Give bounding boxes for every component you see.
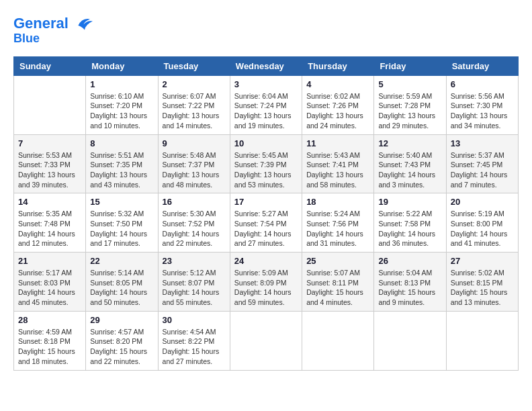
day-number: 28 [18, 315, 81, 325]
day-number: 24 [234, 256, 298, 266]
day-info: Sunrise: 5:37 AM Sunset: 7:45 PM Dayligh… [451, 150, 514, 190]
day-info: Sunrise: 5:14 AM Sunset: 8:05 PM Dayligh… [90, 268, 153, 308]
day-info: Sunrise: 5:19 AM Sunset: 8:00 PM Dayligh… [451, 209, 514, 248]
calendar-cell: 20Sunrise: 5:19 AM Sunset: 8:00 PM Dayli… [446, 193, 518, 253]
calendar-cell: 17Sunrise: 5:27 AM Sunset: 7:54 PM Dayli… [230, 193, 302, 253]
day-number: 2 [163, 79, 226, 89]
day-info: Sunrise: 5:48 AM Sunset: 7:37 PM Dayligh… [163, 150, 226, 190]
day-info: Sunrise: 5:09 AM Sunset: 8:09 PM Dayligh… [234, 268, 298, 308]
day-info: Sunrise: 5:45 AM Sunset: 7:39 PM Dayligh… [234, 150, 298, 190]
calendar-cell: 19Sunrise: 5:22 AM Sunset: 7:58 PM Dayli… [374, 193, 446, 253]
day-info: Sunrise: 5:17 AM Sunset: 8:03 PM Dayligh… [18, 268, 81, 308]
day-number: 21 [18, 256, 81, 266]
day-info: Sunrise: 4:57 AM Sunset: 8:20 PM Dayligh… [90, 327, 153, 367]
calendar-cell: 12Sunrise: 5:40 AM Sunset: 7:43 PM Dayli… [374, 134, 446, 193]
calendar-cell [446, 311, 518, 370]
day-number: 19 [378, 197, 441, 207]
calendar-cell: 5Sunrise: 5:59 AM Sunset: 7:28 PM Daylig… [374, 75, 446, 134]
day-number: 22 [90, 256, 153, 266]
calendar-cell: 26Sunrise: 5:04 AM Sunset: 8:13 PM Dayli… [374, 253, 446, 312]
calendar-cell: 29Sunrise: 4:57 AM Sunset: 8:20 PM Dayli… [86, 311, 158, 370]
calendar-cell: 21Sunrise: 5:17 AM Sunset: 8:03 PM Dayli… [14, 253, 86, 312]
day-number: 29 [90, 315, 153, 325]
page-header: General Blue [13, 13, 519, 46]
day-number: 5 [378, 79, 441, 89]
day-info: Sunrise: 5:24 AM Sunset: 7:56 PM Dayligh… [306, 209, 369, 248]
calendar-cell: 4Sunrise: 6:02 AM Sunset: 7:26 PM Daylig… [302, 75, 374, 134]
calendar-cell: 30Sunrise: 4:54 AM Sunset: 8:22 PM Dayli… [158, 311, 230, 370]
day-info: Sunrise: 5:07 AM Sunset: 8:11 PM Dayligh… [306, 268, 369, 308]
day-info: Sunrise: 5:04 AM Sunset: 8:13 PM Dayligh… [378, 268, 441, 308]
day-number: 8 [90, 138, 153, 148]
day-info: Sunrise: 5:27 AM Sunset: 7:54 PM Dayligh… [234, 209, 298, 248]
calendar-cell: 1Sunrise: 6:10 AM Sunset: 7:20 PM Daylig… [86, 75, 158, 134]
day-info: Sunrise: 5:40 AM Sunset: 7:43 PM Dayligh… [378, 150, 441, 190]
day-info: Sunrise: 5:22 AM Sunset: 7:58 PM Dayligh… [378, 209, 441, 248]
day-info: Sunrise: 6:10 AM Sunset: 7:20 PM Dayligh… [90, 91, 153, 131]
calendar-cell [230, 311, 302, 370]
calendar-cell: 22Sunrise: 5:14 AM Sunset: 8:05 PM Dayli… [86, 253, 158, 312]
day-info: Sunrise: 5:12 AM Sunset: 8:07 PM Dayligh… [163, 268, 226, 308]
calendar-cell [14, 75, 86, 134]
day-info: Sunrise: 5:51 AM Sunset: 7:35 PM Dayligh… [90, 150, 153, 190]
day-info: Sunrise: 5:30 AM Sunset: 7:52 PM Dayligh… [163, 209, 226, 248]
calendar-week-row: 7Sunrise: 5:53 AM Sunset: 7:33 PM Daylig… [14, 134, 519, 193]
day-info: Sunrise: 5:56 AM Sunset: 7:30 PM Dayligh… [451, 91, 514, 131]
calendar-cell: 28Sunrise: 4:59 AM Sunset: 8:18 PM Dayli… [14, 311, 86, 370]
calendar-cell: 6Sunrise: 5:56 AM Sunset: 7:30 PM Daylig… [446, 75, 518, 134]
day-number: 6 [451, 79, 514, 89]
weekday-header: Monday [86, 56, 158, 75]
day-number: 26 [378, 256, 441, 266]
day-number: 12 [378, 138, 441, 148]
day-info: Sunrise: 6:07 AM Sunset: 7:22 PM Dayligh… [163, 91, 226, 131]
day-number: 3 [234, 79, 298, 89]
calendar-cell: 23Sunrise: 5:12 AM Sunset: 8:07 PM Dayli… [158, 253, 230, 312]
calendar-week-row: 14Sunrise: 5:35 AM Sunset: 7:48 PM Dayli… [14, 193, 519, 253]
day-number: 7 [18, 138, 81, 148]
day-number: 11 [306, 138, 369, 148]
calendar-cell: 7Sunrise: 5:53 AM Sunset: 7:33 PM Daylig… [14, 134, 86, 193]
day-number: 13 [451, 138, 514, 148]
day-number: 30 [163, 315, 226, 325]
day-number: 23 [163, 256, 226, 266]
weekday-header: Saturday [446, 56, 518, 75]
calendar-table: SundayMondayTuesdayWednesdayThursdayFrid… [13, 56, 519, 371]
calendar-cell: 15Sunrise: 5:32 AM Sunset: 7:50 PM Dayli… [86, 193, 158, 253]
day-number: 15 [90, 197, 153, 207]
calendar-cell: 8Sunrise: 5:51 AM Sunset: 7:35 PM Daylig… [86, 134, 158, 193]
day-number: 27 [451, 256, 514, 266]
weekday-header: Friday [374, 56, 446, 75]
logo: General Blue [13, 13, 95, 46]
day-info: Sunrise: 6:04 AM Sunset: 7:24 PM Dayligh… [234, 91, 298, 131]
weekday-header: Wednesday [230, 56, 302, 75]
calendar-cell: 2Sunrise: 6:07 AM Sunset: 7:22 PM Daylig… [158, 75, 230, 134]
weekday-header: Sunday [14, 56, 86, 75]
day-info: Sunrise: 6:02 AM Sunset: 7:26 PM Dayligh… [306, 91, 369, 131]
day-info: Sunrise: 4:54 AM Sunset: 8:22 PM Dayligh… [163, 327, 226, 367]
calendar-cell: 24Sunrise: 5:09 AM Sunset: 8:09 PM Dayli… [230, 253, 302, 312]
day-number: 1 [90, 79, 153, 89]
day-number: 4 [306, 79, 369, 89]
day-number: 14 [18, 197, 81, 207]
calendar-cell: 14Sunrise: 5:35 AM Sunset: 7:48 PM Dayli… [14, 193, 86, 253]
weekday-header-row: SundayMondayTuesdayWednesdayThursdayFrid… [14, 56, 519, 75]
calendar-cell: 9Sunrise: 5:48 AM Sunset: 7:37 PM Daylig… [158, 134, 230, 193]
day-number: 25 [306, 256, 369, 266]
day-number: 20 [451, 197, 514, 207]
calendar-cell: 25Sunrise: 5:07 AM Sunset: 8:11 PM Dayli… [302, 253, 374, 312]
calendar-cell [302, 311, 374, 370]
calendar-week-row: 28Sunrise: 4:59 AM Sunset: 8:18 PM Dayli… [14, 311, 519, 370]
day-number: 17 [234, 197, 298, 207]
calendar-cell: 10Sunrise: 5:45 AM Sunset: 7:39 PM Dayli… [230, 134, 302, 193]
calendar-cell: 13Sunrise: 5:37 AM Sunset: 7:45 PM Dayli… [446, 134, 518, 193]
calendar-week-row: 21Sunrise: 5:17 AM Sunset: 8:03 PM Dayli… [14, 253, 519, 312]
calendar-cell: 3Sunrise: 6:04 AM Sunset: 7:24 PM Daylig… [230, 75, 302, 134]
calendar-cell: 27Sunrise: 5:02 AM Sunset: 8:15 PM Dayli… [446, 253, 518, 312]
day-number: 10 [234, 138, 298, 148]
calendar-cell: 16Sunrise: 5:30 AM Sunset: 7:52 PM Dayli… [158, 193, 230, 253]
calendar-cell [374, 311, 446, 370]
day-info: Sunrise: 5:53 AM Sunset: 7:33 PM Dayligh… [18, 150, 81, 190]
weekday-header: Thursday [302, 56, 374, 75]
calendar-cell: 11Sunrise: 5:43 AM Sunset: 7:41 PM Dayli… [302, 134, 374, 193]
day-info: Sunrise: 5:02 AM Sunset: 8:15 PM Dayligh… [451, 268, 514, 308]
